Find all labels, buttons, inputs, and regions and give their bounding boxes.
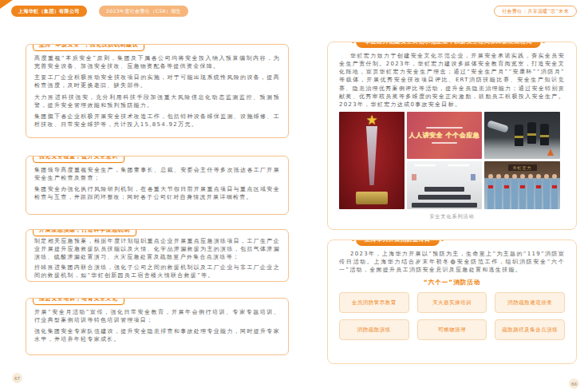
traffic-cone xyxy=(547,148,554,156)
section-title: 坚持“本质安全”，强化技防机制建设 xyxy=(33,44,144,51)
person-figure xyxy=(503,179,510,209)
paragraph: 华虹宏力致力于创建安全文化示范企业，开展安全承诺实践，夯实全员安全生产责任制。2… xyxy=(339,52,565,109)
decor-dot xyxy=(352,240,354,241)
wall-poster xyxy=(412,174,416,180)
page-number-right: 68 xyxy=(569,378,579,389)
paragraph: 集团安全办强化执行风险研判机制，在各重大节假日前开展重点项目与重点区域安全检查与… xyxy=(34,185,280,201)
paragraph: 持续推进集团内联合演练，强化子公司之间的救援机制以及工厂企业与非工厂企业之间的救… xyxy=(34,264,280,280)
photo-caption: 安全文化系列活动 xyxy=(339,213,565,220)
corner-accent xyxy=(0,0,13,9)
fire-activity-tile: 全员消防警示教育 xyxy=(339,292,409,313)
decor-dot xyxy=(441,240,444,241)
paragraph: 2023年，上海华力开展以“预防为主，生命至上”为主题的“119”消防宣传日活动… xyxy=(339,250,565,274)
fire-activity-tile: 消防疏散演练 xyxy=(339,319,409,340)
decor-line xyxy=(339,42,350,42)
fire-grid-title: “六个一”消防活动 xyxy=(339,279,565,287)
fire-activity-tile: 疏散路径及集合点演练 xyxy=(495,319,565,340)
desk-row xyxy=(424,187,464,192)
ceiling-light xyxy=(448,164,469,166)
paragraph: 主要工厂企业积极推动安全技改项目的实施，对于可能出现系统性风险的设备，提高检查强… xyxy=(34,73,280,89)
feature-fire-awareness-day: 上海华力开展消防宣传日 2023年，上海华力开展以“预防为主，生命至上”为主题的… xyxy=(327,240,577,364)
trophy-column xyxy=(363,126,381,185)
paragraph: 大力推进科技强安，充分利用科技手段加强重大风险信息化动态监测监控、预测预警，提升… xyxy=(34,93,280,109)
mosaic-right-column: 华虹宏力 xyxy=(484,112,560,209)
section-tech-prevention: 坚持“本质安全”，强化技防机制建设 高度重视“本质安全”原则，集团及下属各公司均… xyxy=(26,44,289,138)
report-spread: 上海华虹（集团）有限公司 2023年度社会责任（CSR）报告 社会责任：共享温暖… xyxy=(0,0,588,392)
firefighter-figure xyxy=(515,125,523,146)
photo-safety-slogan-banner: 人人讲安全 个个会应急 xyxy=(407,112,482,159)
person-figure xyxy=(551,179,558,209)
section-safety-inspection: 强化安全检查，提升安全意识 集团领导高度重视安全生产，集团董事长、总裁、安委会主… xyxy=(26,156,289,215)
section-emergency-drill: 开展应急演练，打造科学应急机制 制定相关应急预案，根据年度计划组织重点企业开展重… xyxy=(26,229,289,282)
photo-safety-award-trophy: ★ xyxy=(339,112,404,209)
firefighter-figure xyxy=(540,124,549,145)
paragraph: 集团旗下各企业积极开展安全技术改造工作，包括特种设备维保监测、设施维修、工程技改… xyxy=(34,113,280,129)
section-safety-training: 推进安全培训，培育安全文化 开展“安全月活动”宣传，强化日常安全教育，开展年会例… xyxy=(26,298,289,355)
desk-row xyxy=(412,203,477,208)
feature-title: 华虹宏力创建安全文化示范企业，以新安全格局保障新发展格局 xyxy=(356,42,541,48)
desk-row xyxy=(418,195,471,200)
trophy-base xyxy=(356,192,388,204)
decor-line xyxy=(445,240,456,240)
firefighter-figure xyxy=(527,122,536,144)
paragraph: 制定相关应急预案，根据年度计划组织重点企业开展重点应急演练项目，工厂生产企业开展… xyxy=(34,238,280,261)
fire-activity-tile: 灭火器实操培训 xyxy=(417,292,487,313)
decor-line xyxy=(547,42,558,42)
banner-slogan-text: 人人讲安全 个个会应急 xyxy=(409,131,479,140)
decor-dot xyxy=(352,42,354,43)
person-figure xyxy=(487,179,494,209)
decor-line xyxy=(339,240,350,240)
feature-header: 上海华力开展消防宣传日 xyxy=(339,240,456,246)
photo-mosaic: ★ 人人讲安全 个个会应急 xyxy=(339,112,565,209)
feature-safety-culture: 华虹宏力创建安全文化示范企业，以新安全格局保障新发展格局 华虹宏力致力于创建安全… xyxy=(327,42,577,230)
photo-training-classroom xyxy=(407,161,482,209)
person-figure xyxy=(495,179,502,209)
paragraph: 开展“安全月活动”宣传，强化日常安全教育，开展年会例行培训、专家专题培训、行业典… xyxy=(34,308,280,324)
banner-decor-bar xyxy=(426,127,463,129)
person-figure xyxy=(543,179,550,209)
photo-award-group: 华虹宏力 xyxy=(484,161,560,209)
fire-activity-tile: 可燃物清理 xyxy=(417,319,487,340)
paragraph: 集团领导高度重视安全生产，集团董事长、总裁、安委会主任等多次抵达各工厂开展安全生… xyxy=(34,166,280,182)
report-title-pill: 2023年度社会责任（CSR）报告 xyxy=(99,6,188,17)
chapter-pill: 社会责任：共享温暖“芯”未来 xyxy=(494,6,577,17)
wall-poster xyxy=(471,174,476,180)
feature-title: 上海华力开展消防宣传日 xyxy=(356,240,440,246)
paragraph: 高度重视“本质安全”原则，集团及下属各公司均将安全投入纳入预算编制内容，为完善安… xyxy=(34,54,280,70)
pipe xyxy=(487,120,509,133)
feature-header: 华虹宏力创建安全文化示范企业，以新安全格局保障新发展格局 xyxy=(339,42,558,48)
fire-activity-tile: 消防疏散通道排查 xyxy=(495,292,565,313)
fire-activity-grid: 全员消防警示教育 灭火器实操培训 消防疏散通道排查 消防疏散演练 可燃物清理 疏… xyxy=(339,292,565,340)
group-photo-sign: 华虹宏力 xyxy=(508,164,537,171)
person-figure xyxy=(527,179,534,209)
photo-firefighter-drill xyxy=(484,112,560,159)
company-name-pill: 上海华虹（集团）有限公司 xyxy=(11,6,87,17)
paragraph: 强化集团安全专家队伍建设，提升安全隐患排查和事故处理专业能力，同时提升专家水平，… xyxy=(34,327,280,343)
decor-dot xyxy=(543,42,545,43)
star-icon: ★ xyxy=(365,113,377,127)
person-figure xyxy=(519,179,526,209)
mosaic-middle-column: 人人讲安全 个个会应急 xyxy=(407,112,482,209)
section-title: 强化安全检查，提升安全意识 xyxy=(33,156,124,163)
person-figure xyxy=(535,179,542,209)
group-people-row xyxy=(484,177,560,209)
section-title: 开展应急演练，打造科学应急机制 xyxy=(33,229,136,236)
banner-decor-bar xyxy=(432,142,457,144)
ceiling-light xyxy=(415,164,436,166)
page-number-left: 67 xyxy=(12,373,22,383)
person-figure xyxy=(511,179,518,209)
section-title: 推进安全培训，培育安全文化 xyxy=(33,298,124,305)
